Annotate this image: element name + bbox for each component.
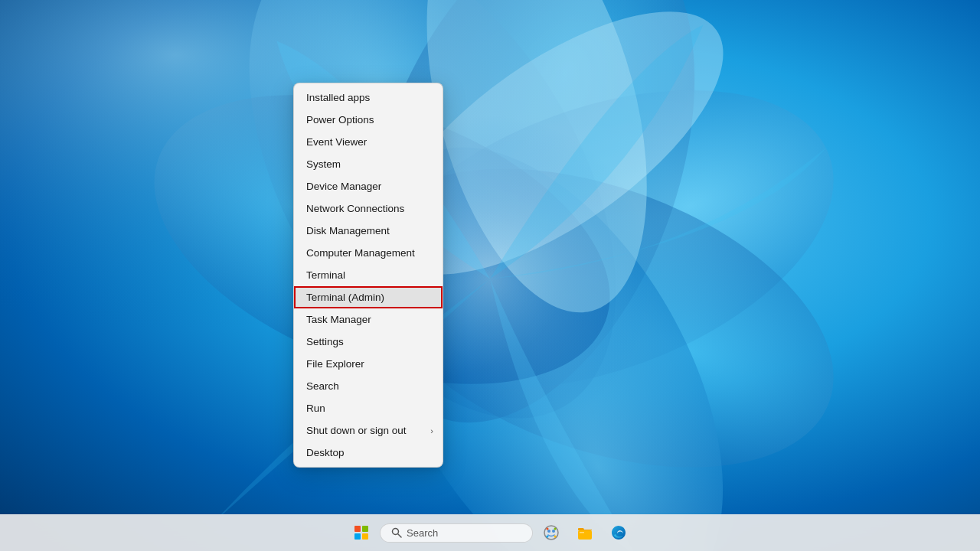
desktop: Installed appsPower OptionsEvent ViewerS… (0, 0, 980, 551)
menu-item-label-terminal-admin: Terminal (Admin) (306, 292, 384, 303)
menu-item-file-explorer[interactable]: File Explorer (294, 353, 443, 375)
menu-item-label-settings: Settings (306, 336, 344, 347)
svg-rect-10 (0, 0, 980, 551)
taskbar: Search (0, 514, 980, 551)
svg-point-14 (547, 530, 550, 533)
file-explorer-icon (577, 524, 593, 541)
taskbar-center: Search (346, 517, 634, 548)
windows-logo-icon (354, 526, 368, 540)
menu-item-power-options[interactable]: Power Options (294, 109, 443, 131)
menu-item-label-file-explorer: File Explorer (306, 358, 364, 370)
menu-item-label-search: Search (306, 380, 339, 392)
menu-item-label-event-viewer: Event Viewer (306, 136, 367, 148)
taskbar-search-label: Search (407, 527, 438, 539)
menu-item-label-desktop: Desktop (306, 447, 345, 458)
menu-item-search[interactable]: Search (294, 375, 443, 397)
svg-rect-21 (580, 532, 584, 533)
edge-icon (610, 524, 627, 541)
svg-line-12 (398, 534, 401, 537)
menu-item-installed-apps[interactable]: Installed apps (294, 86, 443, 109)
menu-item-label-system: System (306, 158, 341, 170)
menu-item-disk-management[interactable]: Disk Management (294, 220, 443, 242)
menu-item-computer-management[interactable]: Computer Management (294, 242, 443, 264)
menu-item-terminal[interactable]: Terminal (294, 264, 443, 286)
menu-item-label-task-manager: Task Manager (306, 314, 371, 325)
svg-point-19 (554, 536, 557, 538)
copilot-icon (543, 524, 560, 541)
menu-item-shut-down[interactable]: Shut down or sign out› (294, 419, 443, 442)
menu-item-label-shut-down: Shut down or sign out (306, 425, 407, 436)
menu-item-label-installed-apps: Installed apps (306, 92, 370, 103)
wallpaper (0, 0, 980, 551)
svg-point-15 (552, 530, 555, 533)
svg-point-16 (547, 528, 549, 530)
menu-item-network-connections[interactable]: Network Connections (294, 197, 443, 220)
menu-item-arrow-shut-down: › (430, 426, 433, 435)
taskbar-search-bar[interactable]: Search (380, 523, 533, 543)
menu-item-label-run: Run (306, 403, 325, 414)
search-taskbar-icon (391, 527, 402, 538)
svg-point-11 (393, 529, 399, 535)
menu-item-label-computer-management: Computer Management (306, 247, 415, 259)
menu-item-desktop[interactable]: Desktop (294, 442, 443, 464)
menu-item-label-power-options: Power Options (306, 114, 374, 126)
svg-point-13 (544, 526, 558, 540)
menu-item-system[interactable]: System (294, 153, 443, 175)
start-button[interactable] (346, 517, 377, 548)
menu-item-label-terminal: Terminal (306, 269, 345, 281)
menu-item-run[interactable]: Run (294, 397, 443, 419)
menu-item-label-disk-management: Disk Management (306, 225, 390, 236)
menu-item-event-viewer[interactable]: Event Viewer (294, 131, 443, 153)
file-explorer-button[interactable] (570, 517, 600, 548)
context-menu: Installed appsPower OptionsEvent ViewerS… (293, 83, 443, 468)
menu-item-label-device-manager: Device Manager (306, 181, 381, 192)
menu-item-settings[interactable]: Settings (294, 331, 443, 353)
svg-point-18 (547, 536, 549, 538)
svg-rect-20 (578, 530, 592, 540)
copilot-button[interactable] (536, 517, 567, 548)
svg-point-17 (554, 528, 557, 530)
edge-button[interactable] (603, 517, 634, 548)
menu-item-label-network-connections: Network Connections (306, 203, 404, 214)
menu-item-terminal-admin[interactable]: Terminal (Admin) (294, 286, 443, 308)
menu-item-task-manager[interactable]: Task Manager (294, 308, 443, 331)
menu-item-device-manager[interactable]: Device Manager (294, 175, 443, 197)
